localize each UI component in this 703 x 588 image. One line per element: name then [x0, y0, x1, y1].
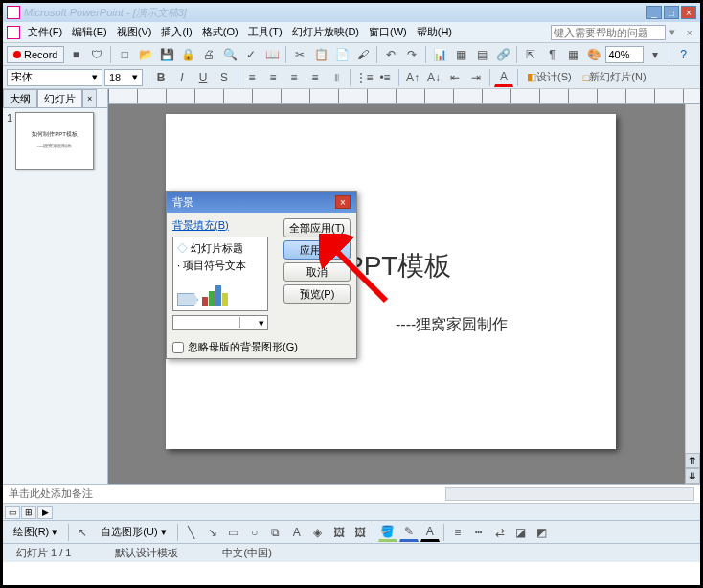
arrow-style-icon[interactable]: ⇄ [490, 523, 510, 542]
security-icon[interactable]: 🛡 [87, 45, 106, 64]
undo-icon[interactable]: ↶ [381, 45, 400, 64]
rect-icon[interactable]: ▭ [224, 523, 243, 542]
bullets-icon[interactable]: •≡ [375, 68, 395, 87]
show-format-icon[interactable]: ¶ [542, 45, 561, 64]
cut-icon[interactable]: ✂ [290, 45, 309, 64]
close-button[interactable]: × [681, 6, 696, 19]
menu-slideshow[interactable]: 幻灯片放映(D) [288, 23, 363, 41]
cancel-button[interactable]: 取消 [283, 262, 351, 282]
dialog-close-button[interactable]: × [335, 195, 351, 209]
size-select[interactable]: 18 ▾ [104, 69, 143, 86]
increase-indent-icon[interactable]: ⇥ [466, 68, 486, 87]
align-left-icon[interactable]: ≡ [242, 68, 261, 87]
preview-icon[interactable]: 🔍 [220, 45, 239, 64]
paste-icon[interactable]: 📄 [332, 45, 352, 64]
menu-view[interactable]: 视图(V) [113, 23, 156, 41]
tab-slides[interactable]: 幻灯片 [37, 89, 82, 107]
print-icon[interactable]: 🖨 [199, 45, 218, 64]
redo-icon[interactable]: ↷ [402, 45, 421, 64]
maximize-button[interactable]: □ [664, 6, 679, 19]
toolbar-dropdown-icon[interactable]: ▾ [668, 26, 677, 38]
align-right-icon[interactable]: ≡ [284, 68, 304, 87]
menu-help[interactable]: 帮助(H) [413, 23, 456, 41]
menu-tools[interactable]: 工具(T) [244, 23, 286, 41]
decrease-font-icon[interactable]: A↓ [424, 68, 443, 87]
wordart-icon[interactable]: A [287, 523, 306, 542]
fill-color-icon[interactable]: 🪣 [378, 523, 397, 542]
vertical-scrollbar[interactable] [685, 104, 700, 484]
background-fill-link[interactable]: 背景填充(B) [172, 218, 280, 233]
record-button[interactable]: Record [7, 46, 64, 63]
apply-all-button[interactable]: 全部应用(T) [283, 218, 351, 237]
minimize-button[interactable]: _ [646, 6, 662, 19]
save-icon[interactable]: 💾 [157, 45, 176, 64]
diagram-icon[interactable]: ◈ [308, 523, 328, 542]
text-color-icon[interactable]: A [420, 523, 440, 542]
distribute-icon[interactable]: ⫴ [327, 68, 346, 87]
draw-menu[interactable]: 绘图(R) ▾ [7, 522, 64, 542]
3d-style-icon[interactable]: ◩ [533, 523, 552, 542]
slide-thumbnail[interactable]: 如何制作PPT模板 ----狸窝家园制作 [15, 112, 94, 170]
zoom-dropdown-icon[interactable]: ▾ [646, 45, 665, 64]
clipart-icon[interactable]: 🖼 [329, 523, 349, 542]
preview-button[interactable]: 预览(P) [283, 284, 351, 304]
select-icon[interactable]: ↖ [73, 523, 92, 542]
normal-view-button[interactable]: ▭ [5, 506, 20, 519]
zoom-input[interactable] [605, 46, 644, 63]
fill-color-select[interactable]: ▾ [172, 315, 268, 330]
line-icon[interactable]: ╲ [182, 523, 201, 542]
menu-edit[interactable]: 编辑(E) [68, 23, 111, 41]
chart-icon[interactable]: 📊 [430, 45, 449, 64]
font-select[interactable]: 宋体 ▾ [7, 69, 102, 86]
expand-icon[interactable]: ⇱ [521, 45, 540, 64]
spell-icon[interactable]: ✓ [241, 45, 261, 64]
tab-outline[interactable]: 大纲 [3, 89, 37, 107]
oval-icon[interactable]: ○ [245, 523, 264, 542]
new-icon[interactable]: □ [115, 45, 134, 64]
increase-font-icon[interactable]: A↑ [403, 68, 422, 87]
dash-style-icon[interactable]: ┅ [469, 523, 488, 542]
font-color-icon[interactable]: A [494, 68, 513, 87]
tables-icon[interactable]: ▤ [472, 45, 491, 64]
color-icon[interactable]: 🎨 [584, 45, 603, 64]
numbering-icon[interactable]: ⋮≡ [354, 68, 374, 87]
arrow-icon[interactable]: ↘ [203, 523, 222, 542]
menu-format[interactable]: 格式(O) [198, 23, 242, 41]
research-icon[interactable]: 📖 [262, 45, 282, 64]
table-icon[interactable]: ▦ [451, 45, 470, 64]
format-painter-icon[interactable]: 🖌 [353, 45, 373, 64]
grid-icon[interactable]: ▦ [563, 45, 582, 64]
design-button[interactable]: ◧设计(S) [522, 68, 577, 87]
decrease-indent-icon[interactable]: ⇤ [445, 68, 465, 87]
stop-icon[interactable]: ■ [66, 45, 85, 64]
textbox-icon[interactable]: ⧉ [266, 523, 285, 542]
align-center-icon[interactable]: ≡ [263, 68, 283, 87]
help-icon[interactable]: ? [673, 45, 692, 64]
omit-master-checkbox[interactable] [172, 342, 184, 353]
hyperlink-icon[interactable]: 🔗 [493, 45, 512, 64]
picture-icon[interactable]: 🖼 [351, 523, 370, 542]
apply-button[interactable]: 应用(A) [283, 240, 351, 260]
tab-close[interactable]: × [82, 89, 97, 107]
bold-button[interactable]: B [151, 68, 170, 87]
sorter-view-button[interactable]: ⊞ [21, 506, 36, 519]
permission-icon[interactable]: 🔒 [178, 45, 197, 64]
prev-slide-button[interactable]: ⇈ [685, 453, 700, 468]
shadow-button[interactable]: S [215, 68, 234, 87]
menu-insert[interactable]: 插入(I) [157, 23, 195, 41]
autoshape-menu[interactable]: 自选图形(U) ▾ [94, 522, 172, 542]
horizontal-scrollbar[interactable] [445, 487, 694, 501]
menu-window[interactable]: 窗口(W) [365, 23, 411, 41]
help-search-input[interactable] [551, 25, 666, 40]
shadow-style-icon[interactable]: ◪ [511, 523, 531, 542]
next-slide-button[interactable]: ⇊ [685, 468, 700, 484]
italic-button[interactable]: I [172, 68, 192, 87]
line-style-icon[interactable]: ≡ [448, 523, 467, 542]
open-icon[interactable]: 📂 [136, 45, 155, 64]
copy-icon[interactable]: 📋 [311, 45, 330, 64]
notes-placeholder[interactable]: 单击此处添加备注 [9, 486, 93, 501]
new-slide-button[interactable]: □新幻灯片(N) [578, 68, 651, 87]
slideshow-view-button[interactable]: ▶ [37, 506, 53, 519]
line-color-icon[interactable]: ✎ [399, 523, 419, 542]
menu-file[interactable]: 文件(F) [24, 23, 66, 41]
